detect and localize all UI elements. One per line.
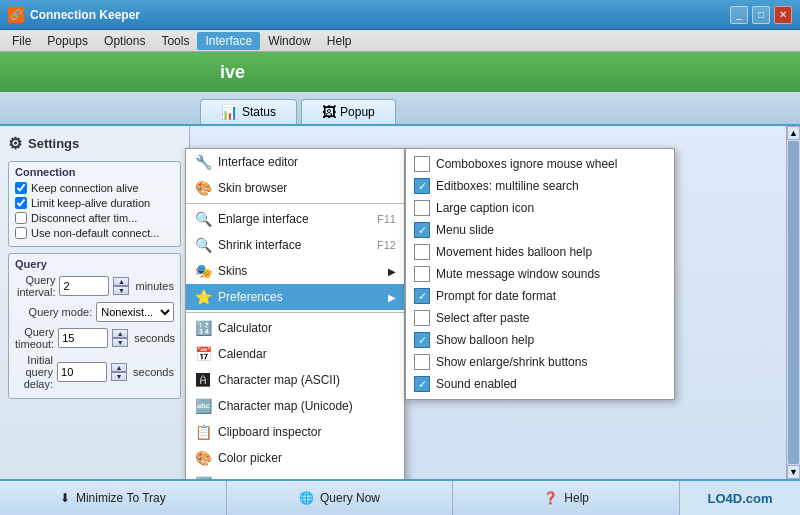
connection-item-0: Keep connection alive [15, 182, 174, 194]
tab-status-label: Status [242, 105, 276, 119]
menu-file[interactable]: File [4, 32, 39, 50]
pref-label-1: Editboxes: multiline search [436, 179, 579, 193]
query-now-label: Query Now [320, 491, 380, 505]
tab-popup[interactable]: 🖼 Popup [301, 99, 396, 124]
close-button[interactable]: ✕ [774, 6, 792, 24]
settings-title: Settings [28, 136, 79, 151]
pref-item-4[interactable]: Movement hides balloon help [406, 241, 674, 263]
menu-options[interactable]: Options [96, 32, 153, 50]
pref-item-6[interactable]: Prompt for date format [406, 285, 674, 307]
pref-checkbox-4[interactable] [414, 244, 430, 260]
charmap-unicode-icon: 🔤 [194, 397, 212, 415]
keep-alive-label: Keep connection alive [31, 182, 139, 194]
pref-checkbox-2[interactable] [414, 200, 430, 216]
skins-arrow: ▶ [388, 266, 396, 277]
menu-help[interactable]: Help [319, 32, 360, 50]
scroll-down-arrow[interactable]: ▼ [787, 465, 800, 479]
minimize-to-tray-button[interactable]: ⬇ Minimize To Tray [0, 481, 227, 515]
vertical-scrollbar[interactable]: ▲ ▼ [786, 126, 800, 479]
pref-checkbox-0[interactable] [414, 156, 430, 172]
pref-item-5[interactable]: Mute message window sounds [406, 263, 674, 285]
title-left: 🔗 Connection Keeper [8, 7, 140, 23]
menu-charmap-ascii[interactable]: 🅰 Character map (ASCII) [186, 367, 404, 393]
tab-status[interactable]: 📊 Status [200, 99, 297, 124]
menu-clipboard[interactable]: 📋 Clipboard inspector [186, 419, 404, 445]
menu-calendar[interactable]: 📅 Calendar [186, 341, 404, 367]
gear-icon: ⚙ [8, 134, 22, 153]
keep-alive-checkbox[interactable] [15, 182, 27, 194]
pref-checkbox-9[interactable] [414, 354, 430, 370]
query-timeout-input[interactable] [58, 328, 108, 348]
pref-item-8[interactable]: Show balloon help [406, 329, 674, 351]
query-delay-row: Initial query delay: ▲ ▼ seconds [15, 354, 174, 390]
menu-preferences[interactable]: ⭐ Preferences ▶ [186, 284, 404, 310]
pref-checkbox-8[interactable] [414, 332, 430, 348]
pref-checkbox-3[interactable] [414, 222, 430, 238]
non-default-checkbox[interactable] [15, 227, 27, 239]
maximize-button[interactable]: □ [752, 6, 770, 24]
pref-checkbox-7[interactable] [414, 310, 430, 326]
enlarge-icon: 🔍 [194, 210, 212, 228]
query-interval-down[interactable]: ▼ [113, 286, 129, 295]
query-timeout-up[interactable]: ▲ [112, 329, 128, 338]
disconnect-checkbox[interactable] [15, 212, 27, 224]
color-picker-label: Color picker [218, 451, 282, 465]
menu-tools[interactable]: Tools [153, 32, 197, 50]
minimize-button[interactable]: _ [730, 6, 748, 24]
pref-checkbox-1[interactable] [414, 178, 430, 194]
menu-skins[interactable]: 🎭 Skins ▶ [186, 258, 404, 284]
regex-label: Regex Tester [218, 477, 288, 479]
query-mode-select[interactable]: Nonexist... [96, 302, 174, 322]
help-button[interactable]: ❓ Help [453, 481, 680, 515]
menu-interface[interactable]: Interface [197, 32, 260, 50]
query-interval-up[interactable]: ▲ [113, 277, 129, 286]
calendar-icon: 📅 [194, 345, 212, 363]
query-section: Query Query interval: ▲ ▼ minutes Query … [8, 253, 181, 399]
banner-text: ive [220, 62, 245, 83]
query-delay-up[interactable]: ▲ [111, 363, 127, 372]
interface-editor-label: Interface editor [218, 155, 298, 169]
pref-label-6: Prompt for date format [436, 289, 556, 303]
pref-item-2[interactable]: Large caption icon [406, 197, 674, 219]
menu-enlarge-interface[interactable]: 🔍 Enlarge interface F11 [186, 206, 404, 232]
menu-calculator[interactable]: 🔢 Calculator [186, 315, 404, 341]
watermark: LO4D.com [680, 481, 800, 515]
menu-shrink-interface[interactable]: 🔍 Shrink interface F12 [186, 232, 404, 258]
limit-keepalive-checkbox[interactable] [15, 197, 27, 209]
menu-divider-1 [186, 203, 404, 204]
pref-label-9: Show enlarge/shrink buttons [436, 355, 587, 369]
pref-checkbox-10[interactable] [414, 376, 430, 392]
pref-item-9[interactable]: Show enlarge/shrink buttons [406, 351, 674, 373]
menu-skin-browser[interactable]: 🎨 Skin browser [186, 175, 404, 201]
menu-color-picker[interactable]: 🎨 Color picker [186, 445, 404, 471]
color-picker-icon: 🎨 [194, 449, 212, 467]
pref-item-1[interactable]: Editboxes: multiline search [406, 175, 674, 197]
enlarge-shortcut: F11 [377, 213, 396, 225]
query-now-button[interactable]: 🌐 Query Now [227, 481, 454, 515]
menu-charmap-unicode[interactable]: 🔤 Character map (Unicode) [186, 393, 404, 419]
pref-item-0[interactable]: Comboboxes ignore mouse wheel [406, 153, 674, 175]
pref-item-10[interactable]: Sound enabled [406, 373, 674, 395]
tab-popup-label: Popup [340, 105, 375, 119]
shrink-interface-label: Shrink interface [218, 238, 301, 252]
shrink-shortcut: F12 [377, 239, 396, 251]
menu-regex[interactable]: 🔣 Regex Tester [186, 471, 404, 479]
pref-checkbox-6[interactable] [414, 288, 430, 304]
query-timeout-down[interactable]: ▼ [112, 338, 128, 347]
pref-item-7[interactable]: Select after paste [406, 307, 674, 329]
query-delay-down[interactable]: ▼ [111, 372, 127, 381]
watermark-text: LO4D.com [708, 491, 773, 506]
scroll-up-arrow[interactable]: ▲ [787, 126, 800, 140]
pref-item-3[interactable]: Menu slide [406, 219, 674, 241]
query-delay-label: Initial query delay: [15, 354, 53, 390]
query-interval-input[interactable] [59, 276, 109, 296]
menu-window[interactable]: Window [260, 32, 319, 50]
charmap-ascii-label: Character map (ASCII) [218, 373, 340, 387]
menu-interface-editor[interactable]: 🔧 Interface editor [186, 149, 404, 175]
tab-bar: 📊 Status 🖼 Popup [0, 92, 800, 126]
limit-keepalive-label: Limit keep-alive duration [31, 197, 150, 209]
pref-checkbox-5[interactable] [414, 266, 430, 282]
menu-popups[interactable]: Popups [39, 32, 96, 50]
query-delay-input[interactable] [57, 362, 107, 382]
scroll-thumb[interactable] [788, 141, 799, 464]
